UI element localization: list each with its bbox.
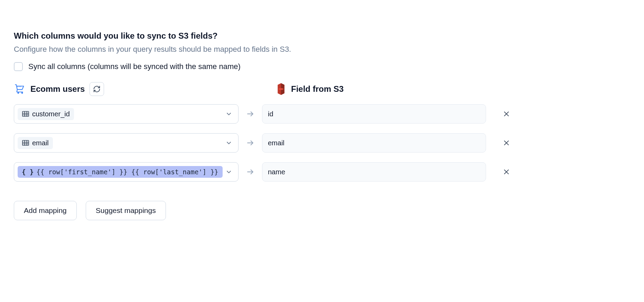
shopping-cart-icon <box>14 83 26 95</box>
arrow-right-icon <box>245 167 255 176</box>
column-chip: customer_id <box>18 108 74 120</box>
arrow-right-icon <box>245 138 255 147</box>
chevron-down-icon <box>225 110 233 118</box>
source-column-select[interactable]: { } {{ row['first_name'] }} {{ row['last… <box>14 162 239 182</box>
section-subheading: Configure how the columns in your query … <box>14 45 630 54</box>
close-icon <box>503 110 510 118</box>
refresh-icon <box>93 85 101 93</box>
dest-field-input[interactable] <box>262 133 486 153</box>
arrow-right-icon <box>245 109 255 118</box>
source-column-header: Ecomm users <box>14 82 239 96</box>
mapping-row: email <box>14 133 630 153</box>
svg-rect-11 <box>22 140 29 145</box>
dest-field-input[interactable] <box>262 104 486 124</box>
source-title-label: Ecomm users <box>30 84 85 94</box>
dest-field-input[interactable] <box>262 162 486 182</box>
template-chip: { } {{ row['first_name'] }} {{ row['last… <box>18 166 223 178</box>
svg-point-1 <box>22 92 23 94</box>
source-column-select[interactable]: customer_id <box>14 104 239 124</box>
template-chip-label: {{ row['first_name'] }} {{ row['last_nam… <box>36 168 218 176</box>
sync-all-label: Sync all columns (columns will be synced… <box>28 62 241 71</box>
mapping-row: { } {{ row['first_name'] }} {{ row['last… <box>14 162 630 182</box>
sync-all-checkbox[interactable] <box>14 62 23 71</box>
dest-column-header: Field from S3 <box>276 83 344 95</box>
dest-title-label: Field from S3 <box>291 84 344 94</box>
svg-point-2 <box>279 88 284 90</box>
table-icon <box>22 140 29 146</box>
remove-mapping-button[interactable] <box>500 107 513 120</box>
remove-mapping-button[interactable] <box>500 136 513 149</box>
remove-mapping-button[interactable] <box>500 165 513 178</box>
column-chip: email <box>18 137 53 149</box>
close-icon <box>503 168 510 176</box>
s3-icon <box>276 83 286 95</box>
source-column-select[interactable]: email <box>14 133 239 153</box>
close-icon <box>503 139 510 147</box>
sync-all-row: Sync all columns (columns will be synced… <box>14 62 630 71</box>
braces-icon: { } <box>22 168 34 176</box>
column-chip-label: customer_id <box>32 110 70 118</box>
svg-rect-3 <box>22 111 29 116</box>
section-heading: Which columns would you like to sync to … <box>14 31 630 41</box>
refresh-button[interactable] <box>90 82 104 96</box>
mapping-row: customer_id <box>14 104 630 124</box>
table-icon <box>22 111 29 117</box>
mapping-headers: Ecomm users Field from S3 <box>14 82 630 96</box>
svg-point-0 <box>18 92 19 94</box>
suggest-mappings-button[interactable]: Suggest mappings <box>86 201 166 220</box>
chevron-down-icon <box>225 168 233 176</box>
add-mapping-button[interactable]: Add mapping <box>14 201 77 220</box>
column-chip-label: email <box>32 139 49 147</box>
button-row: Add mapping Suggest mappings <box>14 201 630 220</box>
chevron-down-icon <box>225 139 233 147</box>
